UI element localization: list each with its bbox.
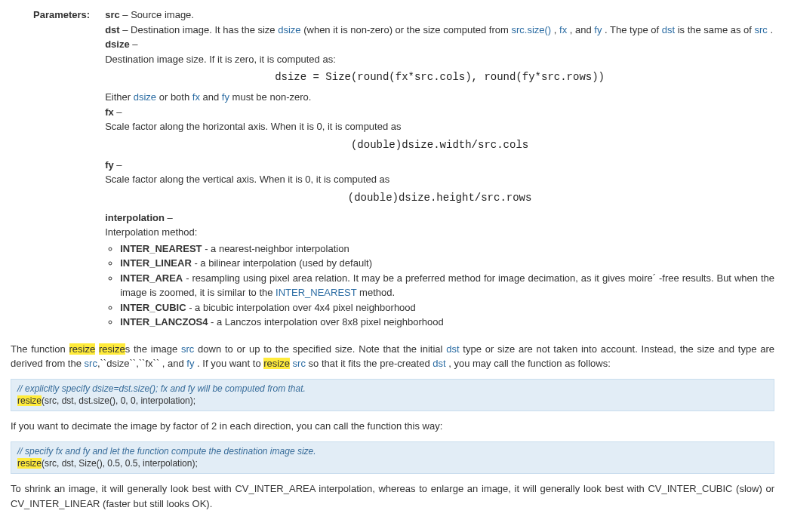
param-dsize: dsize – Destination image size. If it is… (105, 37, 774, 105)
param-name: interpolation (105, 212, 165, 223)
highlight-resize: resize (99, 343, 125, 355)
interpolation-list: INTER_NEAREST - a nearest-neighbor inter… (105, 241, 774, 330)
param-desc: – Source image. (120, 9, 194, 20)
code-example-2: // specify fx and fy and let the functio… (11, 441, 774, 475)
param-extra: Either dsize or both fx and fy must be n… (105, 90, 774, 105)
tag-dst: dst (662, 24, 675, 35)
tag-src: src (755, 24, 768, 35)
highlight-resize: resize (17, 395, 42, 406)
list-item: INTER_NEAREST - a nearest-neighbor inter… (120, 241, 774, 257)
param-dst: dst – Destination image. It has the size… (105, 23, 774, 38)
param-desc: Scale factor along the vertical axis. Wh… (105, 172, 774, 187)
parameters-body: src – Source image. dst – Destination im… (105, 8, 774, 334)
param-name: dst (105, 24, 120, 35)
param-desc: Interpolation method: (105, 225, 774, 240)
code-line: resize(src, dst, dst.size(), 0, 0, inter… (17, 395, 768, 407)
description-paragraph-3: To shrink an image, it will generally lo… (11, 481, 774, 511)
list-item: INTER_AREA - resampling using pixel area… (120, 271, 774, 300)
description-paragraph-2: If you want to decimate the image by fac… (11, 419, 774, 434)
code-comment: // explicitly specify dsize=dst.size(); … (17, 383, 768, 395)
highlight-resize: resize (69, 343, 96, 355)
tag-fx: fx (559, 24, 567, 35)
param-name: src (105, 9, 120, 20)
list-item: INTER_LINEAR - a bilinear interpolation … (120, 256, 774, 271)
highlight-resize: resize (263, 358, 290, 369)
code-example-1: // explicitly specify dsize=dst.size(); … (11, 379, 774, 412)
parameters-label: Parameters: (11, 8, 105, 334)
tag-fy: fy (594, 24, 602, 35)
highlight-resize: resize (17, 458, 42, 469)
param-fy: fy – Scale factor along the vertical axi… (105, 158, 774, 206)
param-desc: Scale factor along the horizontal axis. … (105, 119, 774, 134)
code-line: resize(src, dst, Size(), 0.5, 0.5, inter… (17, 457, 768, 470)
list-item: INTER_LANCZOS4 - a Lanczos interpolation… (120, 315, 774, 330)
tag-dsize: dsize (278, 24, 300, 35)
parameters-block: Parameters: src – Source image. dst – De… (11, 8, 774, 334)
formula-fx: (double)dsize.width/src.cols (105, 137, 774, 153)
param-fx: fx – Scale factor along the horizontal a… (105, 105, 774, 153)
param-interpolation: interpolation – Interpolation method: IN… (105, 211, 774, 330)
param-name: dsize (105, 38, 130, 50)
formula-dsize: dsize = Size(round(fx*src.cols), round(f… (105, 69, 774, 85)
param-name: fx (105, 106, 114, 118)
list-item: INTER_CUBIC - a bicubic interpolation ov… (120, 300, 774, 315)
description-paragraph-1: The function resize resizes the image sr… (11, 342, 774, 371)
param-src: src – Source image. (105, 8, 774, 23)
formula-fy: (double)dsize.height/src.rows (105, 190, 774, 206)
code-comment: // specify fx and fy and let the functio… (17, 445, 768, 458)
tag-srcsize: src.size() (511, 24, 551, 35)
param-desc: Destination image size. If it is zero, i… (105, 52, 774, 67)
param-name: fy (105, 159, 114, 171)
